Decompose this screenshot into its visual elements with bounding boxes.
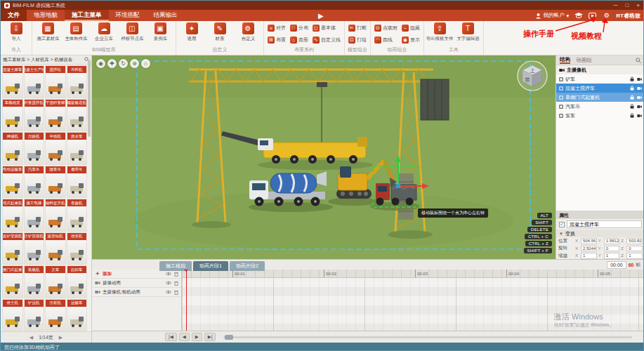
transform-value-z[interactable]: 0 <box>626 246 643 252</box>
delete-icon[interactable] <box>174 290 178 295</box>
asset-item[interactable]: 洒水车 <box>67 132 88 165</box>
settings-gear-icon[interactable]: ⚙ <box>602 11 611 20</box>
film-icon[interactable] <box>637 77 642 81</box>
pan-icon[interactable]: ✚ <box>107 59 117 68</box>
lock-icon[interactable] <box>630 113 634 118</box>
scrollbar-thumb[interactable] <box>225 335 233 340</box>
ribbon-button[interactable]: ⚙自定义 <box>235 22 261 42</box>
timeline-track-2[interactable]: 主摄像机:相机动画 <box>92 288 181 297</box>
visibility-checkbox[interactable]: ✓ <box>559 222 565 227</box>
lock-icon[interactable] <box>630 77 634 81</box>
asset-item[interactable]: 正铲挖掘机 <box>24 232 45 265</box>
asset-item[interactable]: 履带吊 <box>67 166 88 199</box>
ribbon-button[interactable]: ✎材质 <box>206 22 233 42</box>
ribbon-button-small[interactable]: ∿自定义线 <box>311 34 342 46</box>
menu-tab-4[interactable]: 结果输出 <box>147 10 185 21</box>
transform-section-header[interactable]: ▼ 变换 <box>556 230 644 237</box>
asset-item[interactable]: 铲运机 <box>24 299 45 332</box>
delete-icon[interactable] <box>174 272 178 277</box>
time-display[interactable]: 00:00 <box>607 261 626 269</box>
film-icon[interactable] <box>637 105 642 109</box>
film-icon[interactable] <box>637 114 642 118</box>
menu-tab-2[interactable]: 施工主菜单 <box>65 10 109 21</box>
ribbon-button-small[interactable]: ○圆形 <box>289 34 310 46</box>
viewport-3d[interactable]: ◉✚↻⊕⌂ 上 前 移动鼠标围绕一个点为中心左右转 ALTSHIFTDELETE… <box>92 55 556 259</box>
transform-value-y[interactable]: 1.5812 <box>604 238 620 244</box>
visibility-icon[interactable] <box>166 290 171 294</box>
timeline-track-1[interactable]: 摄像动画 <box>92 279 181 288</box>
asset-item[interactable]: 运输车 <box>67 299 88 332</box>
maximize-button[interactable]: □ <box>625 1 629 10</box>
asset-item[interactable]: 压桩机 <box>45 299 66 332</box>
object-name-field[interactable]: 混凝土搅拌车 <box>567 220 642 228</box>
ribbon-button[interactable]: ▦施工素材库 <box>34 22 61 42</box>
asset-item[interactable]: 车载地泵 <box>2 99 23 132</box>
timeline-tab-2[interactable]: 动画片段2 <box>230 261 265 271</box>
page-next-button[interactable]: ▶ <box>59 335 63 340</box>
asset-item[interactable]: 搅拌站 <box>45 65 66 98</box>
ribbon-button[interactable]: ✦通用 <box>178 22 205 42</box>
tree-node-2[interactable]: 混凝土搅拌车 <box>556 84 644 93</box>
asset-item[interactable]: 干混砂浆罐 <box>45 99 66 132</box>
film-icon[interactable] <box>637 86 642 91</box>
asset-item[interactable]: 卷扬机 <box>67 199 88 232</box>
breadcrumb[interactable]: 施工素材库 > 人材机库 > 机械设备 <box>1 55 91 65</box>
ribbon-button[interactable]: ▣案例库 <box>147 22 173 42</box>
ribbon-button-small[interactable]: ◻基本体 <box>311 22 342 34</box>
tree-node-5[interactable]: 泵车 <box>556 111 644 120</box>
asset-item[interactable]: 自卸车 <box>67 265 88 298</box>
ribbon-button-small[interactable]: ∷分布 <box>289 22 310 34</box>
asset-item[interactable]: 电动运输车 <box>2 166 23 199</box>
playhead[interactable] <box>186 270 187 331</box>
assets-scrollbar[interactable] <box>88 60 91 137</box>
visibility-icon[interactable] <box>166 281 171 285</box>
asset-item[interactable]: 装载机 <box>24 265 45 298</box>
tab-animation-group[interactable]: 动画组 <box>576 57 592 64</box>
asset-item[interactable]: 物料提升机 <box>45 199 66 232</box>
tab-structure[interactable]: 结构 <box>560 56 570 64</box>
transform-value-y[interactable]: 0 <box>604 246 620 252</box>
ribbon-button-small[interactable]: ⊙点吸附 <box>373 22 399 34</box>
asset-item[interactable]: 叉车 <box>45 265 66 298</box>
asset-item[interactable]: 布料机 <box>67 65 88 98</box>
asset-item[interactable]: 单侧门式起重机 <box>2 265 23 298</box>
transport-button-0[interactable]: |◀ <box>165 333 177 341</box>
asset-item[interactable]: 强夯机 <box>67 232 88 265</box>
asset-item[interactable]: 摊铺机 <box>2 132 23 165</box>
lock-icon[interactable] <box>630 95 634 100</box>
menu-tab-1[interactable]: 地形地貌 <box>27 10 65 21</box>
asset-item[interactable]: 推土机 <box>2 299 23 332</box>
timeline-lanes[interactable] <box>182 278 644 331</box>
asset-item[interactable]: 施工电梯 <box>24 199 45 232</box>
transform-value-z[interactable]: 1 <box>626 253 643 259</box>
ribbon-button-small[interactable]: ⊞布置 <box>266 34 287 46</box>
manual-icon[interactable] <box>574 11 583 20</box>
asset-item[interactable]: 混凝土罐车 <box>2 65 23 98</box>
home-icon[interactable]: ⌂ <box>141 59 150 68</box>
ribbon-button-small[interactable]: ✂打断 <box>347 22 368 34</box>
asset-item[interactable]: 塔式起重机 <box>2 199 23 232</box>
ribbon-button-small[interactable]: ⊡打组 <box>347 34 368 46</box>
camera-icon[interactable]: ◉ <box>96 59 105 68</box>
transform-value-y[interactable]: 1 <box>604 253 620 259</box>
asset-item[interactable]: 平地机 <box>45 132 66 165</box>
page-prev-button[interactable]: ◀ <box>29 335 33 340</box>
ribbon-button[interactable]: ⇪导出模板文件 <box>426 22 453 42</box>
transform-value-x[interactable]: 506.56 <box>581 238 597 244</box>
search-icon[interactable] <box>636 58 641 63</box>
close-button[interactable]: × <box>636 1 640 10</box>
tree-node-1[interactable]: 铲车 <box>556 74 644 84</box>
lock-icon[interactable] <box>630 86 634 91</box>
asset-item[interactable]: 旋挖钻机 <box>45 232 66 265</box>
timeline-scrollbar[interactable] <box>223 336 632 338</box>
view-cube[interactable]: 上 前 <box>516 60 548 95</box>
ribbon-button[interactable]: ⇩导入 <box>3 22 29 42</box>
transport-button-3[interactable]: ▶| <box>204 333 216 341</box>
asset-item[interactable]: 压路机 <box>24 132 45 165</box>
asset-item[interactable]: 砂浆搅拌机 <box>24 99 45 132</box>
transport-button-2[interactable]: ▶ <box>192 333 202 341</box>
fps-value[interactable]: 60 <box>629 263 634 267</box>
menu-tab-0[interactable]: 文件 <box>1 10 27 21</box>
transport-button-1[interactable]: ◀ <box>179 333 190 341</box>
delete-icon[interactable] <box>174 281 178 286</box>
